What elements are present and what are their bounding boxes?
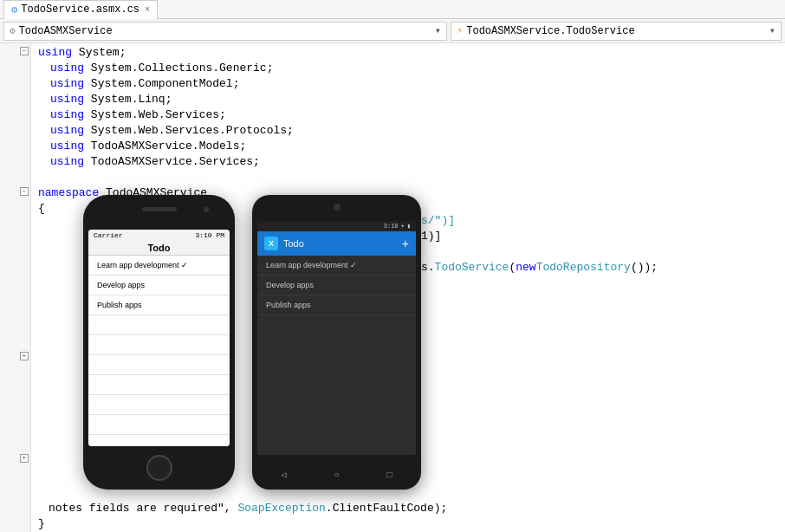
iphone-list-item-1: Learn app development ✓ xyxy=(88,256,230,276)
title-bar: ⚙ TodoService.asmx.cs × xyxy=(0,0,785,19)
android-content-area xyxy=(257,315,416,455)
right-code-line-2: 1)] xyxy=(421,229,785,244)
gutter-row-4 xyxy=(0,90,30,106)
gutter-row-11 xyxy=(0,199,30,215)
gear-icon: ⚙ xyxy=(10,25,16,36)
android-home-button[interactable]: ○ xyxy=(329,467,345,483)
method-dropdown-label: TodoASMXService.TodoService xyxy=(466,25,634,37)
gutter-row-12 xyxy=(0,215,30,230)
collapse-marker-3[interactable]: + xyxy=(20,352,29,360)
class-dropdown-label: TodoASMXService xyxy=(19,25,113,37)
iphone-home-button[interactable] xyxy=(146,455,172,481)
gutter-row-8 xyxy=(0,152,30,168)
gutter-spacer-1 xyxy=(0,262,30,348)
iphone-list-item-3: Publish apps xyxy=(88,295,230,315)
iphone-list-item-2: Develop apps xyxy=(88,276,230,295)
iphone-mockup: Carrier 3:10 PM Todo Learn app developme… xyxy=(83,195,235,490)
iphone-status-bar: Carrier 3:10 PM xyxy=(88,230,230,241)
iphone-speaker xyxy=(142,207,177,211)
code-editor: − − + + using System; xyxy=(0,43,785,532)
code-line-2: using System.Collections.Generic; xyxy=(38,61,785,76)
iphone-list-empty-2 xyxy=(88,335,230,355)
iphone-time: 3:10 PM xyxy=(195,231,224,239)
toolbar: ⚙ TodoASMXService ▾ ⚡ TodoASMXService.To… xyxy=(0,19,785,43)
iphone-carrier: Carrier xyxy=(94,231,123,239)
file-tab[interactable]: ⚙ TodoService.asmx.cs × xyxy=(3,0,158,19)
dropdown-arrow-left: ▾ xyxy=(435,24,441,37)
method-dropdown[interactable]: ⚡ TodoASMXService.TodoService ▾ xyxy=(451,22,782,41)
iphone-list-empty-4 xyxy=(88,375,230,395)
keyword-using-6: using xyxy=(50,123,84,139)
gutter-row-9 xyxy=(0,168,30,184)
android-mockup: 3:18 ▾ ▮ X Todo + Learn app development … xyxy=(252,195,421,490)
right-code-line-blank xyxy=(421,244,785,260)
android-wifi-icon: ▾ xyxy=(401,223,405,230)
android-screen: 3:18 ▾ ▮ X Todo + Learn app development … xyxy=(257,221,416,455)
code-content[interactable]: using System; using System.Collections.G… xyxy=(31,43,785,532)
code-line-3: using System.ComponentModel; xyxy=(38,76,785,92)
class-dropdown[interactable]: ⚙ TodoASMXService ▾ xyxy=(3,22,447,41)
gutter-row-2 xyxy=(0,59,30,75)
code-line-1: using System; xyxy=(38,45,785,61)
iphone-list-empty-1 xyxy=(88,315,230,335)
tab-close-button[interactable]: × xyxy=(145,5,150,15)
bottom-code-block: notes fields are required", SoapExceptio… xyxy=(31,501,785,532)
iphone-list-empty-6 xyxy=(88,415,230,435)
keyword-using-8: using xyxy=(50,154,84,170)
iphone-list-empty-7 xyxy=(88,435,230,446)
iphone-camera xyxy=(204,207,209,212)
editor-gutter: − − + + xyxy=(0,43,31,532)
cs-icon: ⚙ xyxy=(11,3,17,16)
code-line-6: using System.Web.Services.Protocols; xyxy=(38,123,785,139)
nav-icon: ⚡ xyxy=(457,24,463,37)
gutter-row-6 xyxy=(0,121,30,137)
code-line-blank xyxy=(38,170,785,185)
iphone-screen: Carrier 3:10 PM Todo Learn app developme… xyxy=(88,230,230,446)
bottom-code-line-2: } xyxy=(31,516,785,532)
android-add-button[interactable]: + xyxy=(402,237,409,250)
gutter-row-3 xyxy=(0,75,30,90)
android-title: Todo xyxy=(283,238,402,249)
keyword-using-1: using xyxy=(38,45,72,61)
dropdown-arrow-right: ▾ xyxy=(769,24,775,37)
android-back-button[interactable]: ◁ xyxy=(276,467,292,483)
gutter-expand-2: + xyxy=(0,451,30,466)
code-line-7: using TodoASMXService.Models; xyxy=(38,139,785,154)
bottom-code-line-1: notes fields are required", SoapExceptio… xyxy=(31,501,785,516)
iphone-nav-bar: Todo xyxy=(88,241,230,256)
keyword-using-7: using xyxy=(50,139,84,154)
collapse-marker-1[interactable]: − xyxy=(20,47,29,55)
gutter-row-1: − xyxy=(0,43,30,59)
gutter-row-14 xyxy=(0,246,30,262)
tab-label: TodoService.asmx.cs xyxy=(21,3,139,16)
gutter-row-5 xyxy=(0,106,30,121)
collapse-marker-4[interactable]: + xyxy=(20,454,29,463)
collapse-marker-2[interactable]: − xyxy=(20,187,29,196)
gutter-row-13 xyxy=(0,230,30,246)
keyword-using-3: using xyxy=(50,76,84,92)
android-list-item-1: Learn app development ✓ xyxy=(257,256,416,276)
keyword-using-4: using xyxy=(50,92,84,107)
iphone-title: Todo xyxy=(147,243,170,253)
code-line-4: using System.Linq; xyxy=(38,92,785,107)
gutter-expand-1: + xyxy=(0,348,30,364)
android-recent-button[interactable]: □ xyxy=(382,467,398,483)
gutter-row-7 xyxy=(0,137,30,152)
android-time: 3:18 xyxy=(384,223,399,230)
gutter-row-10: − xyxy=(0,184,30,199)
right-code-line-3: s.TodoService(new TodoRepository()); xyxy=(421,260,785,276)
code-line-8: using TodoASMXService.Services; xyxy=(38,154,785,170)
iphone-list-empty-3 xyxy=(88,355,230,375)
android-list-item-3: Publish apps xyxy=(257,295,416,315)
keyword-using-5: using xyxy=(50,107,84,123)
android-list-item-2: Develop apps xyxy=(257,276,416,295)
android-logo: X xyxy=(264,237,278,250)
android-status-bar: 3:18 ▾ ▮ xyxy=(257,221,416,231)
phone-mockups-container: Carrier 3:10 PM Todo Learn app developme… xyxy=(83,195,421,490)
code-line-5: using System.Web.Services; xyxy=(38,107,785,123)
iphone-list-empty-5 xyxy=(88,395,230,415)
android-toolbar: X Todo + xyxy=(257,231,416,256)
right-code-block: s/")] 1)] s.TodoService(new TodoReposito… xyxy=(421,213,785,276)
keyword-using-2: using xyxy=(50,61,84,76)
android-battery-icon: ▮ xyxy=(407,223,411,230)
